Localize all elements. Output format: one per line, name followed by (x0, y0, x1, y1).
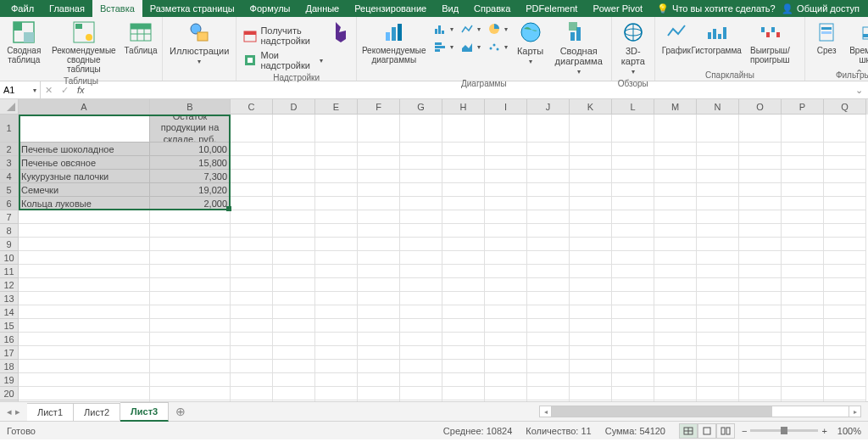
cell[interactable] (231, 360, 273, 373)
cell[interactable] (654, 305, 697, 319)
cell[interactable] (231, 156, 273, 170)
cell[interactable] (231, 387, 273, 400)
col-header[interactable]: E (315, 99, 358, 115)
cell[interactable]: Печенье шоколадное (19, 143, 150, 156)
cell[interactable] (485, 319, 527, 333)
cell[interactable] (739, 400, 782, 401)
cell[interactable] (358, 400, 400, 401)
cell[interactable] (19, 346, 150, 360)
cell[interactable] (824, 143, 866, 156)
cell[interactable] (358, 278, 400, 292)
cell[interactable] (442, 400, 485, 401)
row-header[interactable]: 6 (0, 197, 19, 210)
cell[interactable] (570, 183, 612, 197)
cell[interactable] (697, 333, 739, 346)
row-header[interactable]: 11 (0, 265, 19, 278)
col-header[interactable]: I (485, 99, 527, 115)
cell[interactable] (315, 333, 358, 346)
cell[interactable] (358, 251, 400, 265)
col-header[interactable]: K (570, 99, 612, 115)
cell[interactable] (739, 238, 782, 251)
cell[interactable] (612, 183, 654, 197)
cell[interactable] (315, 183, 358, 197)
row-header[interactable]: 10 (0, 251, 19, 265)
pie-chart-button[interactable]: ▾ (484, 20, 511, 37)
cell[interactable] (315, 360, 358, 373)
cell[interactable] (19, 373, 150, 387)
cell[interactable] (527, 156, 570, 170)
cell[interactable] (527, 400, 570, 401)
cell[interactable] (824, 346, 866, 360)
cell[interactable] (654, 346, 697, 360)
cell[interactable] (739, 115, 782, 143)
cell[interactable] (273, 224, 315, 238)
cell[interactable] (739, 278, 782, 292)
cell[interactable] (654, 360, 697, 373)
cell[interactable] (400, 183, 442, 197)
cell[interactable] (782, 143, 824, 156)
row-header[interactable]: 2 (0, 143, 19, 156)
cell[interactable] (150, 292, 231, 305)
my-addins-button[interactable]: Мои надстройки ▾ (240, 48, 326, 72)
cell[interactable] (150, 400, 231, 401)
cell[interactable] (231, 292, 273, 305)
cell[interactable] (400, 346, 442, 360)
cell[interactable] (442, 156, 485, 170)
cell[interactable] (527, 224, 570, 238)
cell[interactable] (150, 224, 231, 238)
cell[interactable]: Кольца луковые (19, 197, 150, 210)
cell[interactable] (612, 360, 654, 373)
cell[interactable] (527, 346, 570, 360)
cell[interactable]: 10,000 (150, 143, 231, 156)
cell[interactable] (570, 197, 612, 210)
cell[interactable] (485, 360, 527, 373)
cell[interactable] (273, 197, 315, 210)
cell[interactable] (150, 333, 231, 346)
cell[interactable] (485, 210, 527, 224)
line-chart-button[interactable]: ▾ (457, 20, 484, 37)
cell[interactable] (400, 170, 442, 183)
cell[interactable] (612, 346, 654, 360)
cell[interactable] (782, 210, 824, 224)
cell[interactable] (19, 210, 150, 224)
cell[interactable] (150, 373, 231, 387)
cell[interactable] (824, 183, 866, 197)
bing-maps-addin[interactable] (328, 19, 353, 46)
cell[interactable] (782, 265, 824, 278)
row-header[interactable]: 13 (0, 292, 19, 305)
cell[interactable] (315, 373, 358, 387)
cell[interactable] (358, 115, 400, 143)
cell[interactable] (824, 400, 866, 401)
cell[interactable] (527, 333, 570, 346)
cell[interactable] (358, 170, 400, 183)
illustrations-button[interactable]: Иллюстрации ▾ (166, 19, 232, 68)
cell[interactable] (824, 265, 866, 278)
cell[interactable]: 19,020 (150, 183, 231, 197)
cell[interactable] (485, 292, 527, 305)
cell[interactable] (273, 373, 315, 387)
cell[interactable] (654, 387, 697, 400)
cell[interactable] (654, 292, 697, 305)
cell[interactable] (315, 210, 358, 224)
cell[interactable] (358, 346, 400, 360)
cell[interactable] (654, 115, 697, 143)
row-header[interactable]: 16 (0, 333, 19, 346)
column-chart-button[interactable]: ▾ (430, 20, 457, 37)
cell[interactable] (527, 373, 570, 387)
cell[interactable] (315, 305, 358, 319)
cell[interactable] (400, 292, 442, 305)
cell[interactable] (358, 143, 400, 156)
cell[interactable] (824, 373, 866, 387)
cell[interactable] (273, 387, 315, 400)
cell[interactable] (273, 278, 315, 292)
cell[interactable] (612, 143, 654, 156)
tab-pdfelement[interactable]: PDFelement (518, 0, 585, 17)
cell[interactable] (570, 346, 612, 360)
cell[interactable] (358, 238, 400, 251)
cell[interactable] (400, 305, 442, 319)
cell[interactable] (782, 115, 824, 143)
cell[interactable] (400, 278, 442, 292)
cell[interactable] (697, 156, 739, 170)
cell[interactable] (485, 170, 527, 183)
cell[interactable] (400, 210, 442, 224)
